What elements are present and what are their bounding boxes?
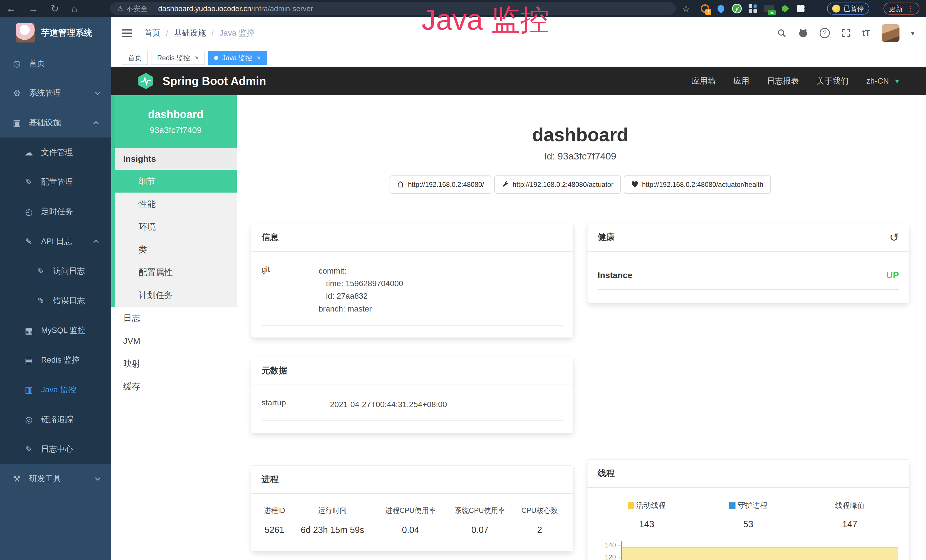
emoji-face-icon [832,5,840,12]
sidebar-item-dev-tools[interactable]: ⚒ 研发工具 [0,464,111,493]
admin-header: 首页 / 基础设施 / Java 监控 ? [111,17,926,49]
y-tick-140: 140 [596,542,616,549]
info-key: git [262,265,319,315]
update-button[interactable]: 更新 ⋮ [884,3,920,15]
screen: ← → ↻ ⌂ ⚠ 不安全 dashboard.yudao.iocoder.cn… [0,0,926,560]
sidebar-item-tracing[interactable]: ◎ 链路追踪 [0,404,111,434]
peak-threads-value: 147 [842,519,857,530]
daemon-threads-value: 53 [743,519,754,530]
edit-square-icon: ✎ [24,236,34,247]
toolbox-icon: ⚒ [12,474,22,484]
bookmark-star-icon[interactable]: ☆ [682,3,690,14]
sba-nav-journal[interactable]: 日志报表 [767,76,799,86]
sba-nav-wallboard[interactable]: 应用墙 [692,76,716,86]
extension-y-icon[interactable]: y [731,3,743,14]
sba-item-caches[interactable]: 缓存 [111,375,237,398]
admin-sidebar: 芋道管理系统 ◷ 首页 ⚙ 系统管理 ▣ 基础设施 ☁ 文件管理 [0,17,111,560]
actuator-url-button[interactable]: http://192.168.0.2:48080/actuator [494,176,621,194]
back-icon[interactable]: ← [6,3,16,14]
search-icon[interactable] [777,28,787,38]
sba-instance-header[interactable]: dashboard 93a3fc7f7409 [111,95,237,148]
sba-locale-select[interactable]: zh-CN [866,76,889,86]
reload-icon[interactable]: ↻ [51,3,59,14]
sba-nav-applications[interactable]: 应用 [734,76,749,86]
extension-grid-icon[interactable] [747,3,759,14]
sidebar-item-redis[interactable]: ▤ Redis 监控 [0,345,111,375]
close-icon[interactable]: × [195,54,199,62]
sba-item-config-props[interactable]: 配置属性 [111,261,237,284]
tab-redis[interactable]: Redis 监控 × [151,51,205,65]
sba-item-scheduled-tasks[interactable]: 计划任务 [111,284,237,307]
browser-chrome: ← → ↻ ⌂ ⚠ 不安全 dashboard.yudao.iocoder.cn… [0,0,926,17]
sidebar-item-java[interactable]: ▥ Java 监控 [0,375,111,404]
sidebar-logo[interactable]: 芋道管理系统 [0,17,111,48]
extension-pin-icon[interactable] [715,3,727,14]
hamburger-icon[interactable] [122,29,132,37]
instance-links: http://192.168.0.2:48080/ http://192.168… [251,176,909,194]
close-icon[interactable]: × [257,54,261,62]
breadcrumb-home[interactable]: 首页 [144,28,160,38]
avatar-caret-icon[interactable]: ▾ [911,29,915,38]
chevron-down-icon: ▾ [895,77,899,86]
forward-icon[interactable]: → [29,3,38,14]
security-label: 不安全 [126,4,148,14]
sidebar-item-infra[interactable]: ▣ 基础设施 [0,108,111,138]
sba-item-logs[interactable]: 日志 [111,307,237,330]
sba-item-jvm[interactable]: JVM [111,330,237,352]
sidebar-item-label: Java 监控 [41,384,76,395]
sidebar-item-label: 基础设施 [29,117,61,128]
sidebar-item-mysql[interactable]: ▦ MySQL 监控 [0,316,111,345]
github-icon[interactable] [798,28,808,38]
sba-item-classes[interactable]: 类 [111,238,237,261]
sba-item-metrics[interactable]: 性能 [111,192,237,215]
tab-home[interactable]: 首页 [122,51,148,65]
font-size-icon[interactable]: tT [862,28,870,38]
sba-nav-about[interactable]: 关于我们 [817,76,849,86]
extension-sprout-icon[interactable] [779,3,791,14]
sidebar-item-api-log[interactable]: ✎ API 日志 [0,227,111,256]
avatar[interactable] [882,24,899,42]
health-url: http://192.168.0.2:48080/actuator/health [642,180,763,189]
instance-name: dashboard [148,108,203,121]
sidebar-item-files[interactable]: ☁ 文件管理 [0,138,111,167]
sba-item-mappings[interactable]: 映射 [111,352,237,375]
home-icon[interactable]: ⌂ [71,3,77,14]
sidebar-item-access-log[interactable]: ✎ 访问日志 [0,256,111,286]
sba-item-environment[interactable]: 环境 [111,215,237,238]
sidebar-item-label: Redis 监控 [41,354,80,365]
process-col-header: 进程CPU使用率 [376,506,445,525]
edit-square-icon: ✎ [36,266,45,276]
legend-yellow-swatch [628,502,634,509]
history-icon[interactable]: ↺ [889,232,899,243]
extension-orange-icon[interactable]: 1 [699,3,711,14]
cpu-cores: 2 [515,525,565,535]
sidebar-item-system[interactable]: ⚙ 系统管理 [0,78,111,108]
process-card: 进程 进程ID 运行时间 进程CPU使用率 系统CPU使用率 CP [251,465,573,551]
breadcrumb-infra[interactable]: 基础设施 [174,28,206,38]
tab-label: Redis 监控 [157,53,190,62]
sidebar-item-error-log[interactable]: ✎ 错误日志 [0,286,111,316]
health-url-button[interactable]: http://192.168.0.2:48080/actuator/health [624,176,771,194]
sidebar-item-home[interactable]: ◷ 首页 [0,48,111,78]
health-card-title: 健康 [598,232,615,243]
sidebar-item-jobs[interactable]: ◴ 定时任务 [0,197,111,227]
sidebar-item-label: 定时任务 [41,206,73,217]
extensions-puzzle-icon[interactable] [795,3,806,14]
paused-profile-chip[interactable]: 已暂停 [827,3,869,15]
fullscreen-icon[interactable] [841,28,851,38]
breadcrumb: 首页 / 基础设施 / Java 监控 [144,28,255,38]
instance-id: 93a3fc7f7409 [150,125,202,135]
sidebar-item-log-center[interactable]: ✎ 日志中心 [0,434,111,464]
eye-icon: ◎ [24,415,34,424]
help-icon[interactable]: ? [820,28,830,38]
extension-icons: 1 y on [699,3,806,14]
tab-java[interactable]: Java 监控 × [208,51,267,65]
service-url-button[interactable]: http://192.168.0.2:48080/ [390,176,492,194]
sba-item-details[interactable]: 细节 [111,170,237,192]
sidebar-item-label: 链路追踪 [41,414,73,425]
sidebar-item-config[interactable]: ✎ 配置管理 [0,167,111,197]
menu-dots-icon[interactable]: ⋮ [906,4,914,14]
extension-switch-icon[interactable]: on [763,3,775,14]
address-bar[interactable]: ⚠ 不安全 dashboard.yudao.iocoder.cn /infra/… [110,2,676,15]
process-table: 进程ID 运行时间 进程CPU使用率 系统CPU使用率 CPU核心数 5261 [260,506,565,535]
